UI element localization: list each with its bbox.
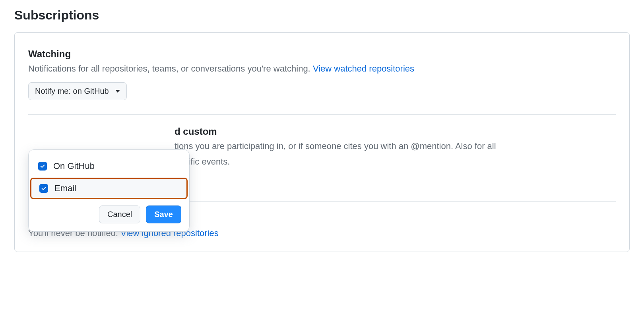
chevron-down-icon	[115, 90, 120, 93]
checkbox-checked-icon[interactable]	[38, 162, 47, 171]
participating-description-partial-2: pecific events.	[175, 155, 616, 168]
checkbox-checked-icon[interactable]	[39, 184, 48, 193]
option-email[interactable]: Email	[30, 178, 188, 199]
section-divider	[28, 114, 616, 115]
watching-description: Notifications for all repositories, team…	[28, 62, 616, 75]
option-email-label: Email	[54, 183, 76, 194]
option-on-github[interactable]: On GitHub	[29, 155, 189, 177]
watching-heading: Watching	[28, 48, 616, 60]
view-watched-repositories-link[interactable]: View watched repositories	[313, 64, 414, 74]
notify-me-dropdown[interactable]: Notify me: on GitHub	[28, 82, 127, 100]
watching-section: Watching Notifications for all repositor…	[28, 48, 616, 100]
watching-description-text: Notifications for all repositories, team…	[28, 64, 310, 74]
save-button[interactable]: Save	[146, 205, 181, 223]
notify-me-dropdown-label: Notify me: on GitHub	[35, 87, 109, 96]
participating-heading-partial: d custom	[175, 126, 616, 137]
option-on-github-label: On GitHub	[53, 161, 95, 171]
popover-actions: Cancel Save	[29, 200, 189, 225]
cancel-button[interactable]: Cancel	[99, 205, 140, 223]
page-title: Subscriptions	[14, 8, 630, 23]
notify-dropdown-popover: On GitHub Email Cancel Save	[28, 149, 190, 232]
subscriptions-panel: Watching Notifications for all repositor…	[14, 32, 630, 252]
participating-description-partial: tions you are participating in, or if so…	[175, 140, 616, 153]
